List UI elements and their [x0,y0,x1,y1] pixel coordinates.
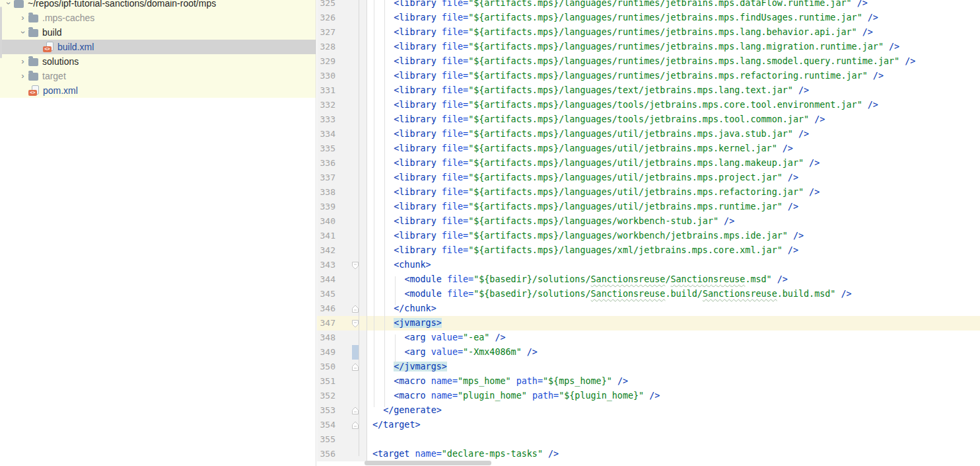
fold-collapse-icon[interactable] [351,319,359,330]
line-number[interactable]: 347 [320,316,335,330]
line-number[interactable]: 346 [320,301,335,316]
tree-item-pom-xml[interactable]: pom.xml [0,83,316,98]
line-number[interactable]: 339 [320,200,335,214]
code-line-332[interactable]: 332 <library file="${artifacts.mps}/lang… [317,98,980,112]
tree-item-build-xml[interactable]: build.xml [0,40,316,54]
code-line-355[interactable]: 355 [317,432,980,447]
code-text[interactable]: <library file="${artifacts.mps}/language… [367,171,798,185]
code-text[interactable]: <macro name="plugin_home" path="${plugin… [367,389,660,403]
line-number[interactable]: 329 [320,54,335,69]
line-number[interactable]: 340 [320,214,335,229]
code-text[interactable]: <module file="${basedir}/solutions/Sanct… [367,287,852,301]
code-line-350[interactable]: 350 </jvmargs> [317,360,980,374]
tree-item-build[interactable]: ›build [0,25,316,40]
code-text[interactable] [367,432,372,447]
fold-end-icon[interactable] [351,304,359,316]
code-text[interactable]: <library file="${artifacts.mps}/language… [367,141,793,156]
line-number[interactable]: 332 [320,98,335,112]
code-line-337[interactable]: 337 <library file="${artifacts.mps}/lang… [317,171,980,185]
chevron-right-icon[interactable]: › [17,11,28,25]
code-line-353[interactable]: 353 </generate> [317,403,980,418]
code-line-338[interactable]: 338 <library file="${artifacts.mps}/lang… [317,185,980,200]
code-line-336[interactable]: 336 <library file="${artifacts.mps}/lang… [317,156,980,171]
code-text[interactable]: <jvmargs> [367,316,442,330]
vcs-changed-marker[interactable] [352,345,359,360]
line-number[interactable]: 343 [320,258,335,272]
code-line-340[interactable]: 340 <library file="${artifacts.mps}/lang… [317,214,980,229]
fold-end-icon[interactable] [351,406,359,418]
line-number[interactable]: 350 [320,360,335,374]
line-number[interactable]: 342 [320,243,335,258]
code-text[interactable]: </target> [367,418,421,432]
code-line-329[interactable]: 329 <library file="${artifacts.mps}/lang… [317,54,980,69]
line-number[interactable]: 336 [320,156,335,171]
fold-end-icon[interactable] [351,420,359,432]
code-text[interactable]: <library file="${artifacts.mps}/language… [367,40,899,54]
code-line-347[interactable]: 347 <jvmargs> [317,316,980,330]
code-text[interactable]: <library file="${artifacts.mps}/language… [367,156,820,171]
code-text[interactable]: <macro name="mps_home" path="${mps_home}… [367,374,628,389]
line-number[interactable]: 338 [320,185,335,200]
code-line-327[interactable]: 327 <library file="${artifacts.mps}/lang… [317,25,980,40]
line-number[interactable]: 337 [320,171,335,185]
tree-item-solutions[interactable]: ›solutions [0,54,316,69]
code-line-328[interactable]: 328 <library file="${artifacts.mps}/lang… [317,40,980,54]
code-text[interactable]: <library file="${artifacts.mps}/language… [367,214,734,229]
tree-item-target[interactable]: ›target [0,69,316,83]
fold-collapse-icon[interactable] [351,260,359,272]
line-number[interactable]: 328 [320,40,335,54]
code-line-343[interactable]: 343 <chunk> [317,258,980,272]
code-text[interactable]: <library file="${artifacts.mps}/language… [367,11,878,25]
line-number[interactable]: 341 [320,229,335,243]
code-text[interactable]: </chunk> [367,301,437,316]
code-line-344[interactable]: 344 <module file="${basedir}/solutions/S… [317,272,980,287]
tree-item--mps-caches[interactable]: ›.mps-caches [0,11,316,25]
code-line-342[interactable]: 342 <library file="${artifacts.mps}/lang… [317,243,980,258]
code-line-335[interactable]: 335 <library file="${artifacts.mps}/lang… [317,141,980,156]
code-line-345[interactable]: 345 <module file="${basedir}/solutions/S… [317,287,980,301]
code-text[interactable]: <chunk> [367,258,431,272]
code-text[interactable]: <library file="${artifacts.mps}/language… [367,25,873,40]
line-number[interactable]: 330 [320,69,335,83]
code-text[interactable]: <library file="${artifacts.mps}/language… [367,127,809,141]
line-number[interactable]: 331 [320,83,335,98]
code-text[interactable]: <library file="${artifacts.mps}/language… [367,200,798,214]
code-line-348[interactable]: 348 <arg value="-ea" /> [317,330,980,345]
code-text[interactable]: <library file="${artifacts.mps}/language… [367,98,878,112]
code-text[interactable]: <arg value="-ea" /> [367,330,506,345]
code-text[interactable]: <library file="${artifacts.mps}/language… [367,243,798,258]
code-line-331[interactable]: 331 <library file="${artifacts.mps}/lang… [317,83,980,98]
line-number[interactable]: 333 [320,112,335,127]
code-text[interactable]: <library file="${artifacts.mps}/language… [367,54,915,69]
code-line-325[interactable]: 325 <library file="${artifacts.mps}/lang… [317,0,980,11]
line-number[interactable]: 354 [320,418,335,432]
line-number[interactable]: 356 [320,447,335,461]
line-number[interactable]: 325 [320,0,335,11]
code-line-341[interactable]: 341 <library file="${artifacts.mps}/lang… [317,229,980,243]
code-text[interactable]: <arg value="-Xmx4086m" /> [367,345,538,360]
code-text[interactable]: </jvmargs> [367,360,447,374]
code-text[interactable]: <library file="${artifacts.mps}/language… [367,229,804,243]
code-line-356[interactable]: 356<target name="declare-mps-tasks" /> [317,447,980,461]
code-text[interactable]: <library file="${artifacts.mps}/language… [367,83,809,98]
code-line-351[interactable]: 351 <macro name="mps_home" path="${mps_h… [317,374,980,389]
horizontal-scrollbar[interactable] [365,461,491,465]
code-line-333[interactable]: 333 <library file="${artifacts.mps}/lang… [317,112,980,127]
line-number[interactable]: 353 [320,403,335,418]
line-number[interactable]: 348 [320,330,335,345]
line-number[interactable]: 327 [320,25,335,40]
line-number[interactable]: 335 [320,141,335,156]
code-line-326[interactable]: 326 <library file="${artifacts.mps}/lang… [317,11,980,25]
line-number[interactable]: 349 [320,345,335,360]
chevron-right-icon[interactable]: › [17,54,28,69]
line-number[interactable]: 351 [320,374,335,389]
code-text[interactable]: <module file="${basedir}/solutions/Sanct… [367,272,788,287]
code-line-334[interactable]: 334 <library file="${artifacts.mps}/lang… [317,127,980,141]
code-text[interactable]: </generate> [367,403,442,418]
code-line-346[interactable]: 346 </chunk> [317,301,980,316]
line-number[interactable]: 345 [320,287,335,301]
code-text[interactable]: <library file="${artifacts.mps}/language… [367,0,868,11]
tree-item--repos-ipf-tutorial-sanctions-domain-root-mps[interactable]: ›~/repos/ipf-tutorial-sanctions/domain-r… [0,0,316,11]
fold-end-icon[interactable] [351,362,359,374]
code-line-354[interactable]: 354</target> [317,418,980,432]
